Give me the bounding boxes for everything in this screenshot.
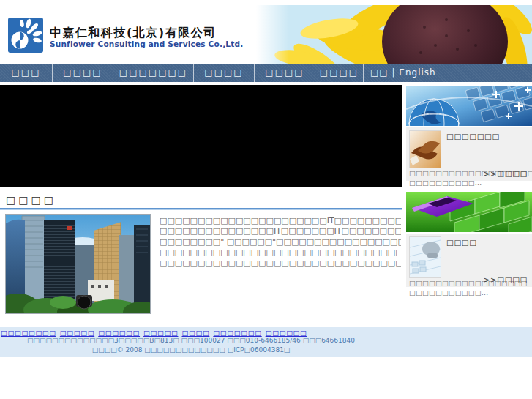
handshake-image <box>410 131 441 168</box>
green-blocks-graphic <box>406 192 532 232</box>
footer-link[interactable]: □□□□□□ <box>98 329 140 337</box>
company-logo[interactable]: 中嘉仁和科技(北京)有限公司 Sunflower Consulting and … <box>8 18 243 53</box>
logo-flower-icon <box>8 18 43 53</box>
paragraph-line: □□□□□□□□□□□□□□□□□□□□□□□□□□□□□□□□□□□□□□□□… <box>160 247 401 258</box>
globe-tech-image[interactable] <box>406 86 532 126</box>
footer-link[interactable]: □□□□□ <box>143 329 178 337</box>
nav-item-cases[interactable]: □□□□ <box>194 64 255 82</box>
keyboard-image <box>410 237 441 277</box>
section-title: □□□□ <box>6 194 56 206</box>
flash-banner-placeholder <box>0 85 402 187</box>
footer-link[interactable]: □□□□□□□ <box>213 329 261 337</box>
more-link[interactable]: >>□□□□ <box>484 169 528 178</box>
paragraph-line: □□□□□□□□" □□□□□□"□□□□□□□□□□□□□□□□□□□□□□□… <box>160 237 401 247</box>
company-name-zh: 中嘉仁和科技(北京)有限公司 <box>50 26 243 40</box>
footer-link[interactable]: □□□□□□□□ <box>1 329 56 337</box>
company-name-en: Sunflower Consulting and Services Co.,Lt… <box>50 40 243 49</box>
paragraph-line: □□□□□□□□□□□□□□□□□□□□□□□□□□□□□□□□□ <box>160 258 401 269</box>
footer-address: □□□□□□□□□□□□□□3□□□□□B□813□ □□□100027 □□□… <box>1 337 381 345</box>
nav-item-products[interactable]: □□□□□□□ <box>113 64 194 82</box>
city-buildings-photo <box>5 214 151 314</box>
paragraph-line: □□□□□□□□□□□□□□□IT□□□□□□□IT□□□□□□□□□□□□□□… <box>160 226 401 236</box>
logo-text: 中嘉仁和科技(北京)有限公司 Sunflower Consulting and … <box>50 26 243 49</box>
nav-item-about[interactable]: □□□□ <box>53 64 113 82</box>
footer-links: □□□□□□□□□□□□□□□□□□□□□□□□□□□□□□□□□□□□□□□□… <box>1 329 532 337</box>
promo-column: □□□□□□□ □□□□□□□□□□□□□□□□□□□ □□□□□□□□□□… … <box>406 86 532 287</box>
green-blocks-image[interactable] <box>406 192 532 232</box>
handshake-thumbnail <box>409 130 441 168</box>
promo-card-solutions: □□□□ □□□□□□□□□□□□□□□□□□ □□□□□□□□□□□… >>□… <box>406 234 532 287</box>
nav-item-contact[interactable]: □□□□ <box>315 64 364 82</box>
footer-link[interactable]: □□□□ <box>181 329 209 337</box>
promo-body-line: □□□□□□□□□□… <box>409 178 529 187</box>
site-footer: □□□□□□□□□□□□□□□□□□□□□□□□□□□□□□□□□□□□□□□□… <box>0 327 532 357</box>
sunflower-image <box>256 5 532 64</box>
webpage: 中嘉仁和科技(北京)有限公司 Sunflower Consulting and … <box>0 0 532 399</box>
nav-item-home[interactable]: □□□ <box>0 64 53 82</box>
footer-copyright: □□□□© 2008 □□□□□□□□□□□□□ □ICP□06004381□ <box>1 346 381 354</box>
nav-item-support[interactable]: □□□□ <box>255 64 315 82</box>
about-paragraph: □□□□□□□□□□□□□□□□□□□□□□IT□□□□□□□□□□□□□□□□… <box>160 216 401 269</box>
city-buildings-image <box>6 215 150 313</box>
promo-card-services: □□□□□□□ □□□□□□□□□□□□□□□□□□□ □□□□□□□□□□… … <box>406 127 532 181</box>
site-header: 中嘉仁和科技(北京)有限公司 Sunflower Consulting and … <box>0 0 532 64</box>
promo-body-line: □□□□□□□□□□□… <box>409 288 529 297</box>
section-divider <box>0 208 402 210</box>
language-switcher[interactable]: □□ | English <box>364 64 532 82</box>
sunflower-photo <box>256 5 532 64</box>
paragraph-line: □□□□□□□□□□□□□□□□□□□□□□IT□□□□□□□□□□□□□□□□… <box>160 216 401 226</box>
more-link[interactable]: >>□□□□ <box>484 275 528 284</box>
globe-tech-graphic <box>406 86 532 126</box>
main-nav: □□□ □□□□ □□□□□□□ □□□□ □□□□ □□□□ □□ | Eng… <box>0 64 532 82</box>
footer-link[interactable]: □□□□□ <box>60 329 94 337</box>
footer-link[interactable]: □□□□□□ <box>266 329 307 337</box>
keyboard-thumbnail <box>409 236 441 278</box>
